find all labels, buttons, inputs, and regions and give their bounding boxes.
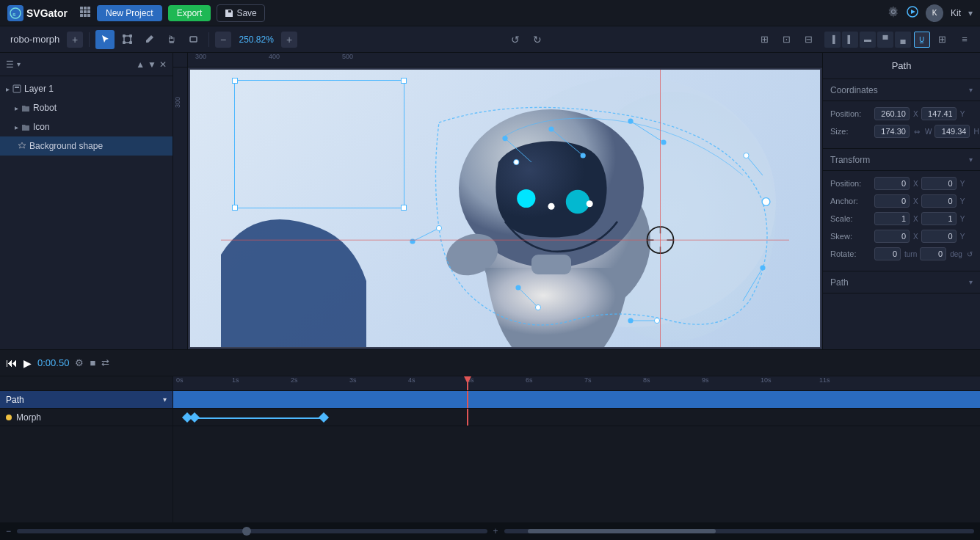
time-display: 0:00.50 bbox=[37, 357, 69, 368]
zoom-minus-icon[interactable]: − bbox=[6, 526, 11, 536]
redo-button[interactable]: ↻ bbox=[528, 30, 547, 49]
grid-align-button[interactable]: ⊞ bbox=[933, 30, 952, 49]
align-2[interactable]: ▌ bbox=[842, 32, 858, 48]
anchor-y-input[interactable] bbox=[921, 194, 957, 208]
transform-tool[interactable] bbox=[117, 30, 137, 49]
transform-px-input[interactable] bbox=[874, 177, 910, 190]
position-label: Position: bbox=[830, 109, 871, 118]
path-dropdown-icon: ▾ bbox=[163, 395, 167, 404]
layer-item-icon[interactable]: ▸ Icon bbox=[0, 117, 173, 136]
position-y-input[interactable] bbox=[921, 107, 957, 120]
layers-menu-icon[interactable]: ☰ bbox=[6, 59, 14, 70]
layer-delete-icon[interactable]: ✕ bbox=[159, 59, 167, 70]
rotate-deg-pair: deg ↺ bbox=[920, 247, 973, 260]
layer-item-robot[interactable]: ▸ Robot bbox=[0, 98, 173, 117]
path-section-header[interactable]: Path bbox=[823, 271, 980, 293]
scale-label: Scale: bbox=[830, 214, 871, 223]
svg-rect-5 bbox=[80, 10, 83, 13]
logo-icon: s bbox=[7, 5, 23, 21]
ruler-corner bbox=[0, 376, 173, 391]
top-right-actions: K Kit ▾ bbox=[888, 4, 973, 22]
align-left-button[interactable]: ⊞ bbox=[755, 30, 774, 49]
morph-track[interactable] bbox=[173, 409, 980, 426]
zoom-plus-icon[interactable]: + bbox=[493, 526, 498, 536]
layer-up-icon[interactable]: ▲ bbox=[136, 59, 145, 70]
extra-button[interactable]: ≡ bbox=[955, 30, 974, 49]
anchor-x-input[interactable] bbox=[874, 194, 910, 208]
timeline-ruler: 0s 1s 2s 3s 4s 5s 6s bbox=[173, 376, 980, 391]
hand-tool[interactable] bbox=[161, 30, 181, 49]
size-w-input[interactable] bbox=[874, 125, 910, 138]
svg-rect-3 bbox=[84, 7, 87, 10]
timeline-h-scrollbar-thumb[interactable] bbox=[528, 529, 716, 533]
transform-section-header[interactable]: Transform bbox=[823, 149, 980, 171]
position-y-pair: Y bbox=[921, 107, 965, 120]
right-panel: Path Coordinates Position: X Y Size: bbox=[822, 53, 980, 349]
layers-dropdown-icon[interactable]: ▾ bbox=[17, 60, 21, 68]
play-button[interactable]: ▶ bbox=[23, 357, 32, 369]
path-track-bar[interactable] bbox=[173, 391, 980, 409]
loop-button[interactable]: ⇄ bbox=[101, 357, 109, 368]
skew-x-pair: X bbox=[874, 230, 918, 243]
align-center-button[interactable]: ⊡ bbox=[777, 30, 796, 49]
export-button[interactable]: Export bbox=[168, 5, 211, 21]
settings-icon[interactable] bbox=[888, 6, 899, 20]
svg-point-24 bbox=[517, 189, 535, 208]
play-preview-icon[interactable] bbox=[907, 6, 918, 20]
morph-track-label[interactable]: Morph bbox=[0, 409, 173, 426]
rect-tool[interactable] bbox=[184, 30, 203, 49]
grid-button[interactable] bbox=[79, 6, 91, 20]
svg-point-52 bbox=[654, 318, 659, 323]
add-layer-button[interactable]: + bbox=[67, 32, 83, 48]
align-3[interactable]: ▬ bbox=[860, 32, 876, 48]
size-h-input[interactable] bbox=[934, 125, 970, 138]
transform-py-input[interactable] bbox=[921, 177, 957, 190]
canvas-viewport[interactable] bbox=[188, 68, 822, 349]
rewind-button[interactable]: ⏮ bbox=[6, 357, 18, 370]
pen-tool[interactable] bbox=[139, 30, 159, 49]
zoom-slider-thumb[interactable] bbox=[242, 527, 251, 536]
timeline-h-scrollbar-track[interactable] bbox=[504, 529, 974, 533]
save-button[interactable]: Save bbox=[217, 4, 264, 22]
skew-y-input[interactable] bbox=[921, 230, 957, 243]
scale-x-input[interactable] bbox=[874, 212, 910, 225]
svg-line-53 bbox=[413, 228, 439, 241]
scale-y-input[interactable] bbox=[921, 212, 957, 225]
path-track-label[interactable]: Path ▾ bbox=[0, 391, 173, 409]
distribute-button[interactable]: ⊟ bbox=[799, 30, 819, 49]
align-group: ▐ ▌ ▬ ▀ ▄ bbox=[824, 32, 911, 48]
align-1[interactable]: ▐ bbox=[824, 32, 841, 48]
layer-item-bg-shape[interactable]: Background shape bbox=[0, 136, 173, 156]
project-name[interactable]: robo-morph bbox=[6, 32, 64, 46]
position-x-input[interactable] bbox=[874, 107, 910, 120]
align-4[interactable]: ▀ bbox=[877, 32, 893, 48]
align-5[interactable]: ▄ bbox=[895, 32, 911, 48]
new-project-button[interactable]: New Project bbox=[97, 5, 162, 21]
user-dropdown-icon[interactable]: ▾ bbox=[968, 8, 973, 18]
rotate-deg-input[interactable] bbox=[920, 247, 946, 260]
timeline-controls: ⏮ ▶ 0:00.50 ⚙ ■ ⇄ bbox=[0, 350, 980, 376]
select-tool[interactable] bbox=[95, 30, 115, 49]
layer-item-layer1[interactable]: ▸ Layer 1 bbox=[0, 79, 173, 98]
user-avatar[interactable]: K bbox=[926, 4, 943, 22]
timeline-zoom-slider[interactable] bbox=[17, 529, 487, 533]
zoom-in-button[interactable]: + bbox=[281, 32, 297, 48]
transform-py-pair: Y bbox=[921, 177, 965, 190]
svg-point-36 bbox=[548, 126, 553, 131]
stop-button[interactable]: ■ bbox=[90, 357, 95, 368]
coordinates-section-header[interactable]: Coordinates bbox=[823, 79, 980, 101]
size-label: Size: bbox=[830, 127, 871, 136]
settings-timeline-button[interactable]: ⚙ bbox=[75, 357, 84, 368]
undo-button[interactable]: ↺ bbox=[506, 30, 525, 49]
keyframe-3[interactable] bbox=[319, 412, 329, 423]
svg-point-15 bbox=[129, 35, 131, 37]
svg-marker-12 bbox=[911, 10, 915, 14]
zoom-level[interactable]: 250.82% bbox=[234, 34, 278, 45]
timeline-track-labels: Path ▾ Morph bbox=[0, 376, 173, 522]
scale-row: Scale: X Y bbox=[830, 212, 973, 225]
zoom-out-button[interactable]: − bbox=[215, 32, 231, 48]
rotate-val-input[interactable] bbox=[874, 247, 901, 260]
underline-align-button[interactable]: U̲ bbox=[914, 32, 930, 48]
layer-down-icon[interactable]: ▼ bbox=[148, 59, 156, 70]
skew-x-input[interactable] bbox=[874, 230, 910, 243]
